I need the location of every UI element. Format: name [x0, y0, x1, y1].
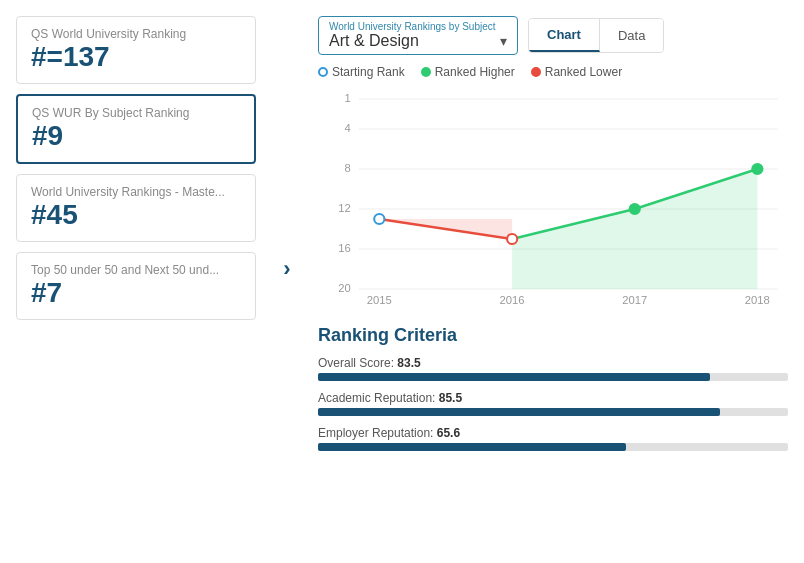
svg-text:12: 12: [338, 202, 350, 214]
card-value: #9: [32, 120, 240, 152]
rank-card-qs-subject[interactable]: QS WUR By Subject Ranking #9: [16, 94, 256, 164]
svg-text:1: 1: [344, 92, 350, 104]
svg-text:2018: 2018: [745, 294, 770, 306]
criteria-item-0: Overall Score: 83.5: [318, 356, 788, 381]
rank-card-masters[interactable]: World University Rankings - Maste... #45: [16, 174, 256, 242]
svg-point-19: [374, 214, 384, 224]
ranking-criteria: Ranking Criteria Overall Score: 83.5 Aca…: [318, 319, 788, 461]
chevron-down-icon: ▾: [500, 33, 507, 49]
tab-data[interactable]: Data: [600, 19, 663, 52]
subject-dropdown[interactable]: World University Rankings by Subject Art…: [318, 16, 518, 55]
legend-label-lower: Ranked Lower: [545, 65, 622, 79]
legend-dot-starting: [318, 67, 328, 77]
chart-area: 1 4 8 12 16 20 2015 2016 2017 2018: [318, 89, 788, 309]
chart-legend: Starting Rank Ranked Higher Ranked Lower: [318, 65, 788, 79]
criteria-label: Overall Score: 83.5: [318, 356, 788, 370]
rank-card-qs-world[interactable]: QS World University Ranking #=137: [16, 16, 256, 84]
criteria-label: Employer Reputation: 65.6: [318, 426, 788, 440]
legend-starting: Starting Rank: [318, 65, 405, 79]
svg-text:2015: 2015: [367, 294, 392, 306]
svg-text:2017: 2017: [622, 294, 647, 306]
progress-bar-bg: [318, 408, 788, 416]
card-title: QS WUR By Subject Ranking: [32, 106, 240, 120]
navigation-arrow: ›: [272, 76, 302, 461]
view-tabs: ChartData: [528, 18, 664, 53]
criteria-title: Ranking Criteria: [318, 325, 788, 346]
card-value: #45: [31, 199, 241, 231]
legend-dot-lower: [531, 67, 541, 77]
legend-label-starting: Starting Rank: [332, 65, 405, 79]
ranking-chart: 1 4 8 12 16 20 2015 2016 2017 2018: [318, 89, 788, 309]
svg-text:20: 20: [338, 282, 350, 294]
svg-point-22: [752, 164, 762, 174]
rank-card-top50[interactable]: Top 50 under 50 and Next 50 und... #7: [16, 252, 256, 320]
card-title: World University Rankings - Maste...: [31, 185, 241, 199]
dropdown-value: Art & Design: [329, 32, 419, 50]
tab-chart[interactable]: Chart: [529, 19, 600, 52]
svg-text:2016: 2016: [500, 294, 525, 306]
legend-lower: Ranked Lower: [531, 65, 622, 79]
arrow-right-icon: ›: [283, 256, 290, 282]
legend-dot-higher: [421, 67, 431, 77]
svg-point-20: [507, 234, 517, 244]
svg-point-21: [630, 204, 640, 214]
right-panel: World University Rankings by Subject Art…: [318, 16, 788, 461]
progress-bar-fill: [318, 373, 710, 381]
criteria-item-2: Employer Reputation: 65.6: [318, 426, 788, 451]
progress-bar-fill: [318, 443, 626, 451]
card-value: #7: [31, 277, 241, 309]
legend-higher: Ranked Higher: [421, 65, 515, 79]
card-value: #=137: [31, 41, 241, 73]
legend-label-higher: Ranked Higher: [435, 65, 515, 79]
top-bar: World University Rankings by Subject Art…: [318, 16, 788, 55]
progress-bar-bg: [318, 443, 788, 451]
progress-bar-bg: [318, 373, 788, 381]
svg-text:16: 16: [338, 242, 350, 254]
dropdown-label: World University Rankings by Subject: [329, 21, 507, 32]
criteria-label: Academic Reputation: 85.5: [318, 391, 788, 405]
card-title: Top 50 under 50 and Next 50 und...: [31, 263, 241, 277]
progress-bar-fill: [318, 408, 720, 416]
card-title: QS World University Ranking: [31, 27, 241, 41]
svg-text:4: 4: [344, 122, 350, 134]
left-panel: QS World University Ranking #=137 QS WUR…: [16, 16, 256, 461]
svg-text:8: 8: [344, 162, 350, 174]
criteria-item-1: Academic Reputation: 85.5: [318, 391, 788, 416]
